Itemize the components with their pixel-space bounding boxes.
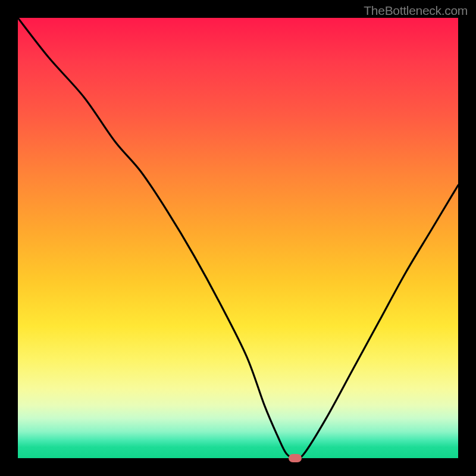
curve-svg: [18, 18, 458, 458]
watermark-text: TheBottleneck.com: [364, 4, 468, 18]
min-marker: [289, 454, 302, 462]
chart-container: TheBottleneck.com: [0, 0, 476, 476]
plot-area: [18, 18, 458, 458]
bottleneck-curve: [18, 18, 458, 458]
